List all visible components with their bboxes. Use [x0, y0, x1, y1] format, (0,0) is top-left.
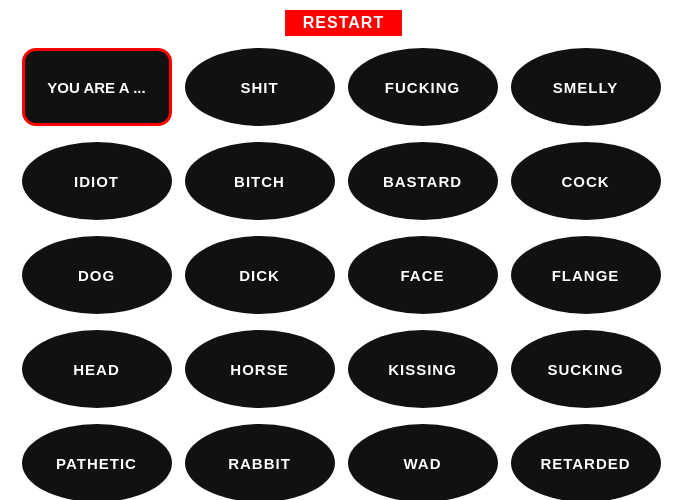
word-button[interactable]: SUCKING [511, 330, 661, 408]
word-button[interactable]: BITCH [185, 142, 335, 220]
word-button[interactable]: SMELLY [511, 48, 661, 126]
word-grid: YOU ARE A ... SHITFUCKINGSMELLYIDIOTBITC… [14, 48, 674, 500]
restart-button[interactable]: RESTART [285, 10, 402, 36]
word-button[interactable]: HEAD [22, 330, 172, 408]
word-button[interactable]: KISSING [348, 330, 498, 408]
word-button[interactable]: FACE [348, 236, 498, 314]
word-button[interactable]: RABBIT [185, 424, 335, 500]
word-button[interactable]: WAD [348, 424, 498, 500]
word-button[interactable]: FLANGE [511, 236, 661, 314]
sentence-display: YOU ARE A ... [22, 48, 172, 126]
word-button[interactable]: IDIOT [22, 142, 172, 220]
word-button[interactable]: FUCKING [348, 48, 498, 126]
word-button[interactable]: DICK [185, 236, 335, 314]
word-button[interactable]: DOG [22, 236, 172, 314]
word-button[interactable]: BASTARD [348, 142, 498, 220]
word-button[interactable]: HORSE [185, 330, 335, 408]
word-button[interactable]: RETARDED [511, 424, 661, 500]
word-button[interactable]: SHIT [185, 48, 335, 126]
word-button[interactable]: PATHETIC [22, 424, 172, 500]
word-button[interactable]: COCK [511, 142, 661, 220]
